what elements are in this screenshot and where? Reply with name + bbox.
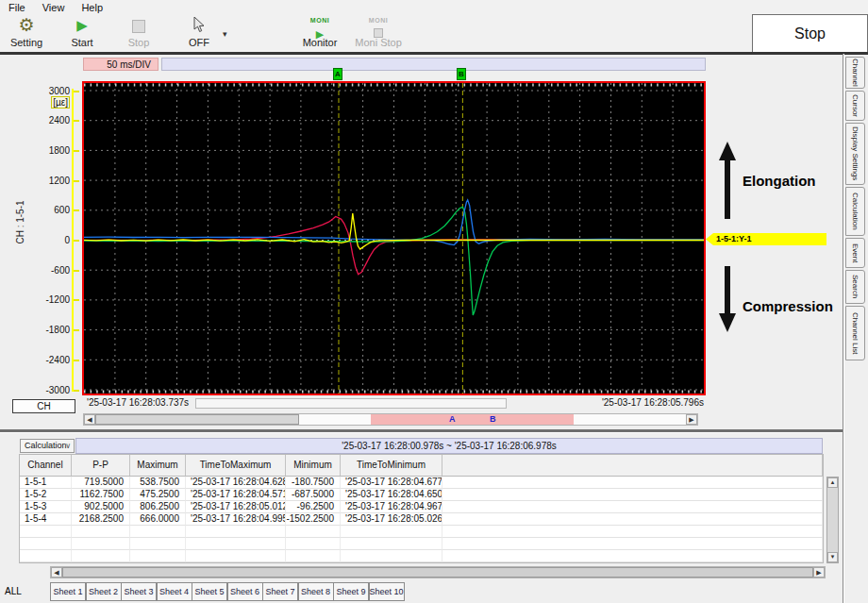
- toolbar-divider: [0, 52, 868, 55]
- calc-selector[interactable]: Calculation ∨: [20, 439, 75, 453]
- channel-axis-label: CH : 1-5-1: [15, 180, 25, 265]
- table-cell: '25-03-17 16:28:04.995s: [186, 513, 286, 526]
- bottom-scrollbar[interactable]: ◀ ▶: [50, 566, 826, 578]
- off-label: OFF: [177, 37, 221, 48]
- y-tick-label: 1200: [49, 176, 70, 186]
- moni-tag: MONI: [294, 17, 345, 25]
- bottom-scroll-right-icon[interactable]: ▶: [813, 567, 825, 578]
- table-cell: '25-03-17 16:28:05.026s: [341, 513, 442, 526]
- table-row[interactable]: 1-5-3902.5000806.2500'25-03-17 16:28:05.…: [20, 501, 823, 513]
- chart-scrollbar[interactable]: ◀ A B ▶: [83, 413, 698, 426]
- table-cell: [442, 526, 823, 538]
- table-cell: 475.2500: [130, 489, 186, 501]
- calc-col-header: [442, 455, 823, 477]
- sheet-tab-5[interactable]: Sheet 5: [192, 582, 227, 601]
- menu-bar: FileViewHelp: [0, 0, 868, 16]
- sheet-tab-9[interactable]: Sheet 9: [333, 582, 369, 601]
- bottom-scrollbar-thumb[interactable]: [62, 567, 813, 578]
- y-axis-unit: [µε]: [51, 96, 70, 109]
- table-cell: 1-5-4: [20, 513, 72, 526]
- table-cell: -96.2500: [286, 501, 341, 513]
- sheet-tab-7[interactable]: Sheet 7: [262, 582, 298, 601]
- sheet-tab-10[interactable]: Sheet 10: [369, 582, 405, 601]
- table-cell: [186, 538, 286, 550]
- y-tick-label: 2400: [49, 115, 70, 126]
- table-row[interactable]: 1-5-42168.2500666.0000'25-03-17 16:28:04…: [20, 513, 823, 526]
- time-range-bar: [195, 398, 507, 409]
- table-cell: [286, 550, 341, 562]
- table-cell: [72, 526, 130, 538]
- toolbar: ⚙ Setting ▶ Start Stop OFF ▾ MONI ▶ Moni…: [0, 16, 868, 52]
- y-tick-label: 1800: [49, 145, 70, 156]
- table-cell: [72, 538, 130, 550]
- table-cell: 1-5-1: [20, 477, 72, 489]
- dropdown-caret-icon[interactable]: ▾: [223, 29, 227, 39]
- calc-table: ChannelP-PMaximumTimeToMaximumMinimumTim…: [19, 454, 824, 563]
- table-cell: [72, 550, 130, 562]
- sheet-tab-6[interactable]: Sheet 6: [227, 582, 263, 601]
- y-axis-line: [72, 89, 74, 392]
- table-cell: [20, 550, 72, 562]
- side-tab-channel-list[interactable]: Channel List: [845, 306, 865, 360]
- moni-tag-2: MONI: [351, 17, 406, 25]
- sheet-tab-all[interactable]: ALL: [5, 586, 22, 596]
- monitor-button[interactable]: MONI ▶ Monitor: [294, 17, 345, 51]
- table-cell: -687.5000: [286, 489, 341, 501]
- monitor-label: Monitor: [294, 37, 345, 48]
- y-tick-label: -2400: [45, 355, 70, 365]
- off-mode-button[interactable]: OFF: [177, 17, 221, 51]
- table-row: [20, 550, 823, 562]
- ch-button[interactable]: CH: [12, 399, 75, 413]
- range-b-label: B: [490, 414, 496, 425]
- timebase-indicator: 50 ms/DIV: [83, 58, 159, 71]
- calc-table-scrollbar[interactable]: ▲ ▼: [826, 477, 839, 563]
- sheet-tab-4[interactable]: Sheet 4: [157, 582, 192, 601]
- start-label: Start: [58, 37, 106, 48]
- y-tick-label: -1200: [45, 294, 70, 305]
- table-cell: [286, 526, 341, 538]
- window-stop-button[interactable]: Stop: [752, 14, 868, 54]
- menu-view[interactable]: View: [34, 0, 74, 13]
- side-tab-search[interactable]: Search: [845, 270, 865, 304]
- table-cell: '25-03-17 16:28:05.012s: [186, 501, 286, 513]
- chart-scrollbar-thumb[interactable]: [95, 414, 299, 425]
- sheet-tab-2[interactable]: Sheet 2: [86, 582, 122, 601]
- table-cell: [442, 513, 823, 526]
- table-cell: [442, 550, 823, 562]
- scroll-down-icon[interactable]: ▼: [827, 552, 838, 562]
- table-cell: 666.0000: [130, 513, 186, 526]
- table-row: [20, 538, 823, 550]
- bottom-scroll-left-icon[interactable]: ◀: [51, 567, 62, 578]
- table-cell: 1162.7500: [72, 489, 130, 501]
- moni-stop-button: MONI Moni Stop: [351, 17, 406, 51]
- start-button[interactable]: ▶ Start: [58, 17, 106, 51]
- side-tab-display-settings[interactable]: Display Settings: [845, 123, 865, 185]
- menu-file[interactable]: File: [0, 0, 34, 13]
- sheet-tab-8[interactable]: Sheet 8: [298, 582, 334, 601]
- stop-button: Stop: [115, 17, 162, 51]
- side-tab-cursor[interactable]: Cursor: [845, 91, 865, 121]
- table-row[interactable]: 1-5-21162.7500475.2500'25-03-17 16:28:04…: [20, 489, 823, 501]
- table-cell: 2168.2500: [72, 513, 130, 526]
- side-tab-channel[interactable]: Channel: [845, 57, 865, 89]
- sheet-tab-1[interactable]: Sheet 1: [50, 582, 86, 601]
- down-arrow-shaft: [725, 266, 730, 313]
- sheet-tab-3[interactable]: Sheet 3: [121, 582, 157, 601]
- side-tab-event[interactable]: Event: [845, 238, 865, 268]
- chart-start-time: '25-03-17 16:28:03.737s: [87, 397, 189, 408]
- table-cell: [20, 526, 72, 538]
- gear-icon: ⚙: [18, 15, 34, 35]
- cursor-b-handle[interactable]: B: [457, 68, 466, 80]
- side-tab-calculation[interactable]: Calculation: [845, 187, 865, 236]
- scroll-left-icon[interactable]: ◀: [84, 414, 95, 425]
- waveform-chart[interactable]: [82, 81, 706, 395]
- table-cell: [130, 550, 186, 562]
- table-cell: -180.7500: [286, 477, 341, 489]
- scroll-right-icon[interactable]: ▶: [686, 414, 697, 425]
- cursor-a-handle[interactable]: A: [333, 68, 342, 80]
- setting-button[interactable]: ⚙ Setting: [4, 17, 49, 51]
- table-row[interactable]: 1-5-1719.5000538.7500'25-03-17 16:28:04.…: [20, 477, 823, 489]
- side-separator-highlight: [843, 54, 844, 603]
- scroll-up-icon[interactable]: ▲: [827, 477, 838, 488]
- menu-help[interactable]: Help: [73, 0, 111, 13]
